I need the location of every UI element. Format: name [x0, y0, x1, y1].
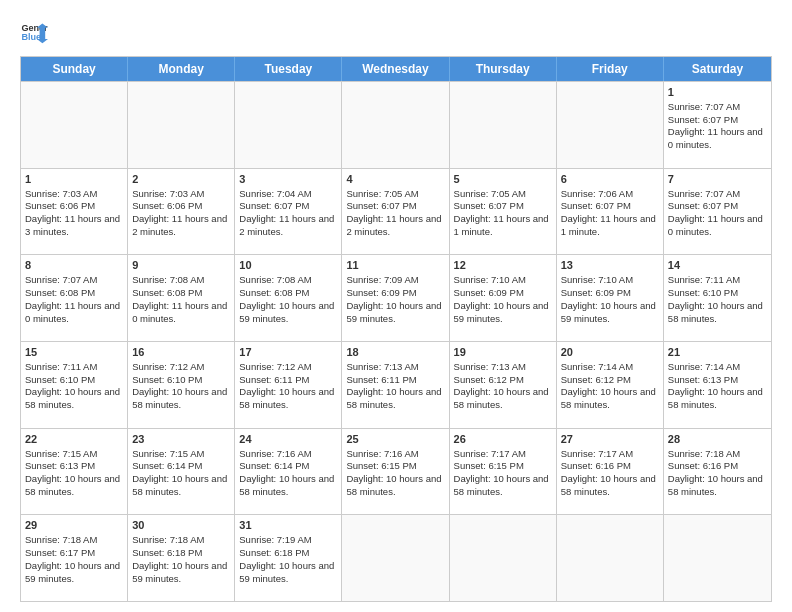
sunrise-text: Sunrise: 7:12 AM	[239, 361, 311, 372]
sunset-text: Sunset: 6:07 PM	[668, 114, 738, 125]
sunset-text: Sunset: 6:07 PM	[668, 200, 738, 211]
cal-cell: 1Sunrise: 7:07 AMSunset: 6:07 PMDaylight…	[664, 82, 771, 168]
cal-cell: 12Sunrise: 7:10 AMSunset: 6:09 PMDayligh…	[450, 255, 557, 341]
day-number: 20	[561, 345, 659, 360]
daylight-text: Daylight: 10 hours and 58 minutes.	[132, 473, 227, 497]
header: General Blue	[20, 18, 772, 46]
day-number: 28	[668, 432, 767, 447]
day-number: 16	[132, 345, 230, 360]
daylight-text: Daylight: 10 hours and 59 minutes.	[561, 300, 656, 324]
sunrise-text: Sunrise: 7:18 AM	[25, 534, 97, 545]
day-number: 30	[132, 518, 230, 533]
sunset-text: Sunset: 6:11 PM	[346, 374, 416, 385]
day-header-monday: Monday	[128, 57, 235, 81]
cal-cell: 23Sunrise: 7:15 AMSunset: 6:14 PMDayligh…	[128, 429, 235, 515]
logo-icon: General Blue	[20, 18, 48, 46]
sunset-text: Sunset: 6:09 PM	[454, 287, 524, 298]
daylight-text: Daylight: 10 hours and 58 minutes.	[668, 473, 763, 497]
sunrise-text: Sunrise: 7:11 AM	[25, 361, 97, 372]
sunrise-text: Sunrise: 7:07 AM	[25, 274, 97, 285]
cal-cell	[664, 515, 771, 601]
daylight-text: Daylight: 10 hours and 59 minutes.	[132, 560, 227, 584]
daylight-text: Daylight: 10 hours and 58 minutes.	[561, 386, 656, 410]
cal-cell	[450, 82, 557, 168]
daylight-text: Daylight: 11 hours and 2 minutes.	[346, 213, 441, 237]
cal-cell: 13Sunrise: 7:10 AMSunset: 6:09 PMDayligh…	[557, 255, 664, 341]
sunrise-text: Sunrise: 7:07 AM	[668, 188, 740, 199]
day-header-friday: Friday	[557, 57, 664, 81]
day-number: 3	[239, 172, 337, 187]
day-number: 24	[239, 432, 337, 447]
sunset-text: Sunset: 6:10 PM	[25, 374, 95, 385]
sunrise-text: Sunrise: 7:08 AM	[132, 274, 204, 285]
cal-cell: 21Sunrise: 7:14 AMSunset: 6:13 PMDayligh…	[664, 342, 771, 428]
daylight-text: Daylight: 11 hours and 3 minutes.	[25, 213, 120, 237]
daylight-text: Daylight: 10 hours and 58 minutes.	[668, 386, 763, 410]
day-number: 25	[346, 432, 444, 447]
daylight-text: Daylight: 10 hours and 59 minutes.	[454, 300, 549, 324]
sunrise-text: Sunrise: 7:13 AM	[454, 361, 526, 372]
cal-cell: 19Sunrise: 7:13 AMSunset: 6:12 PMDayligh…	[450, 342, 557, 428]
daylight-text: Daylight: 11 hours and 0 minutes.	[25, 300, 120, 324]
week-row-2: 1Sunrise: 7:03 AMSunset: 6:06 PMDaylight…	[21, 168, 771, 255]
sunset-text: Sunset: 6:09 PM	[346, 287, 416, 298]
day-header-tuesday: Tuesday	[235, 57, 342, 81]
logo: General Blue	[20, 18, 48, 46]
cal-cell: 29Sunrise: 7:18 AMSunset: 6:17 PMDayligh…	[21, 515, 128, 601]
day-number: 7	[668, 172, 767, 187]
day-number: 18	[346, 345, 444, 360]
svg-text:Blue: Blue	[21, 32, 41, 42]
sunrise-text: Sunrise: 7:19 AM	[239, 534, 311, 545]
sunset-text: Sunset: 6:10 PM	[668, 287, 738, 298]
daylight-text: Daylight: 10 hours and 58 minutes.	[25, 473, 120, 497]
day-number: 2	[132, 172, 230, 187]
sunset-text: Sunset: 6:16 PM	[668, 460, 738, 471]
day-number: 1	[25, 172, 123, 187]
sunset-text: Sunset: 6:10 PM	[132, 374, 202, 385]
day-number: 26	[454, 432, 552, 447]
sunrise-text: Sunrise: 7:06 AM	[561, 188, 633, 199]
sunset-text: Sunset: 6:08 PM	[239, 287, 309, 298]
daylight-text: Daylight: 10 hours and 59 minutes.	[25, 560, 120, 584]
cal-cell: 22Sunrise: 7:15 AMSunset: 6:13 PMDayligh…	[21, 429, 128, 515]
day-number: 8	[25, 258, 123, 273]
daylight-text: Daylight: 10 hours and 58 minutes.	[239, 473, 334, 497]
sunset-text: Sunset: 6:07 PM	[561, 200, 631, 211]
cal-cell	[557, 82, 664, 168]
sunrise-text: Sunrise: 7:18 AM	[668, 448, 740, 459]
week-row-1: 1Sunrise: 7:07 AMSunset: 6:07 PMDaylight…	[21, 81, 771, 168]
sunset-text: Sunset: 6:12 PM	[454, 374, 524, 385]
day-header-thursday: Thursday	[450, 57, 557, 81]
cal-cell: 26Sunrise: 7:17 AMSunset: 6:15 PMDayligh…	[450, 429, 557, 515]
sunset-text: Sunset: 6:09 PM	[561, 287, 631, 298]
cal-cell	[342, 82, 449, 168]
daylight-text: Daylight: 10 hours and 59 minutes.	[239, 300, 334, 324]
daylight-text: Daylight: 10 hours and 58 minutes.	[668, 300, 763, 324]
cal-cell: 17Sunrise: 7:12 AMSunset: 6:11 PMDayligh…	[235, 342, 342, 428]
daylight-text: Daylight: 10 hours and 58 minutes.	[239, 386, 334, 410]
sunset-text: Sunset: 6:12 PM	[561, 374, 631, 385]
sunset-text: Sunset: 6:16 PM	[561, 460, 631, 471]
daylight-text: Daylight: 11 hours and 0 minutes.	[668, 213, 763, 237]
cal-cell	[235, 82, 342, 168]
week-row-6: 29Sunrise: 7:18 AMSunset: 6:17 PMDayligh…	[21, 514, 771, 601]
daylight-text: Daylight: 10 hours and 58 minutes.	[454, 386, 549, 410]
cal-cell: 18Sunrise: 7:13 AMSunset: 6:11 PMDayligh…	[342, 342, 449, 428]
day-number: 9	[132, 258, 230, 273]
sunset-text: Sunset: 6:15 PM	[454, 460, 524, 471]
sunrise-text: Sunrise: 7:11 AM	[668, 274, 740, 285]
week-row-4: 15Sunrise: 7:11 AMSunset: 6:10 PMDayligh…	[21, 341, 771, 428]
day-number: 10	[239, 258, 337, 273]
cal-cell: 3Sunrise: 7:04 AMSunset: 6:07 PMDaylight…	[235, 169, 342, 255]
sunrise-text: Sunrise: 7:04 AM	[239, 188, 311, 199]
sunrise-text: Sunrise: 7:17 AM	[561, 448, 633, 459]
sunrise-text: Sunrise: 7:03 AM	[25, 188, 97, 199]
sunset-text: Sunset: 6:07 PM	[239, 200, 309, 211]
cal-cell	[128, 82, 235, 168]
cal-cell: 25Sunrise: 7:16 AMSunset: 6:15 PMDayligh…	[342, 429, 449, 515]
daylight-text: Daylight: 10 hours and 58 minutes.	[346, 473, 441, 497]
sunset-text: Sunset: 6:06 PM	[132, 200, 202, 211]
cal-cell: 5Sunrise: 7:05 AMSunset: 6:07 PMDaylight…	[450, 169, 557, 255]
week-row-3: 8Sunrise: 7:07 AMSunset: 6:08 PMDaylight…	[21, 254, 771, 341]
cal-cell: 27Sunrise: 7:17 AMSunset: 6:16 PMDayligh…	[557, 429, 664, 515]
